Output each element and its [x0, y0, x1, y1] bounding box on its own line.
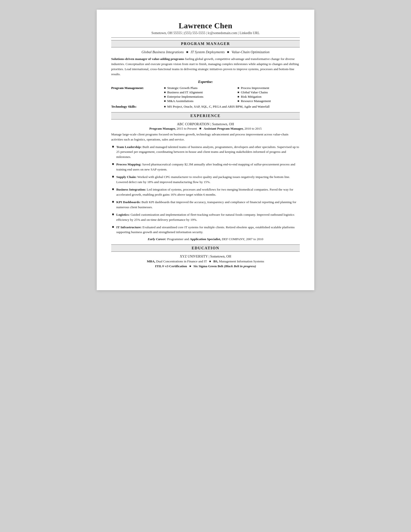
- pm-col1: Strategic Growth Plans Business and IT A…: [164, 86, 238, 104]
- tech-label-text: Technology Skills:: [111, 105, 137, 108]
- education-section-box: Education: [111, 245, 300, 252]
- subtitle-part1: Global Business Integrations: [141, 50, 184, 54]
- degree-line: MBA, Dual Concentrations in Finance and …: [111, 259, 300, 263]
- bullet-bizint-text: Business Integration: Led integration of…: [116, 187, 300, 197]
- candidate-name: Lawrence Chen: [111, 21, 300, 30]
- tech-value-cell: MS Project, Oracle, SAP, SQL, C, PEGA an…: [164, 104, 300, 109]
- tech-bullet: [164, 106, 166, 107]
- exp-bullet-it: IT Infrastructure: Evaluated and streaml…: [112, 225, 300, 235]
- bullet-it-rest: Evaluated and streamlined core IT system…: [116, 225, 295, 234]
- pm-item-3-text: Enterprise Implementations: [167, 95, 204, 99]
- tech-item: MS Project, Oracle, SAP, SQL, C, PEGA an…: [164, 105, 300, 109]
- early-career-line: Early Career: Programmer and Application…: [111, 237, 300, 241]
- exp-bullets-list: Team Leadership: Built and managed talen…: [112, 145, 300, 235]
- edu-sq: [209, 261, 211, 262]
- mba-bold: MBA,: [147, 259, 155, 263]
- pm-bullet-2: [164, 92, 166, 93]
- exp-bullet-bizint: Business Integration: Led integration of…: [112, 187, 300, 197]
- job-title-box: Program Manager: [111, 40, 300, 48]
- role2-bold: Assistant Program Manager,: [204, 127, 243, 130]
- pm-item-6: Global Value Chains: [238, 90, 300, 94]
- bullet-sq-kpi: [112, 201, 114, 203]
- expertise-section: Expertise: Program Management: Strategic…: [111, 80, 300, 109]
- bullet-supply-bold: Supply Chain:: [116, 175, 137, 179]
- bullet-sq-1: [187, 51, 188, 53]
- bullet-kpi-text: KPI Dashboards: Built KPI dashboards tha…: [116, 200, 300, 210]
- pm-bullet-4: [164, 100, 166, 102]
- bullet-it-bold: IT Infrastructure:: [116, 225, 142, 229]
- cert-line: ITIL® v3 Certification Six Sigma Green B…: [111, 264, 300, 268]
- early-career-bold: Application Specialist,: [190, 237, 221, 241]
- pm-bullet-8: [238, 100, 239, 102]
- subtitle-part3: Value-Chain Optimization: [232, 50, 270, 54]
- bullet-team-text: Team Leadership: Built and managed talen…: [116, 145, 300, 160]
- resume-page: Lawrence Chen Sometown, OH 55555 | (555)…: [97, 10, 314, 290]
- header: Lawrence Chen Sometown, OH 55555 | (555)…: [111, 21, 300, 35]
- experience-section: ABC CORPORATION | Sometown, OH Program M…: [111, 122, 300, 241]
- company-name: ABC CORPORATION | Sometown, OH: [111, 122, 300, 126]
- pm-item-2-text: Business and IT Alignment: [167, 90, 203, 94]
- tech-row: Technology Skills: MS Project, Oracle, S…: [111, 104, 300, 109]
- mba-rest: Dual Concentrations in Finance and IT: [155, 259, 207, 263]
- bullet-logistics-text: Logistics: Guided customization and impl…: [116, 212, 300, 222]
- pm-item-5: Process Improvement: [238, 86, 300, 90]
- early-career-italic: Early Career:: [148, 237, 166, 241]
- pm-item-6-text: Global Value Chains: [241, 90, 268, 94]
- bullet-sq-logistics: [112, 214, 114, 215]
- bullet-logistics-bold: Logistics:: [116, 213, 130, 216]
- pm-item-5-text: Process Improvement: [241, 86, 269, 90]
- pm-item-8: Resource Management: [238, 99, 300, 103]
- bullet-process-text: Process Mapping: Saved pharmaceutical co…: [116, 162, 300, 172]
- pm-bullet-3: [164, 96, 166, 97]
- cert2-italic: (Black Belt in progress): [224, 264, 256, 268]
- job-title: Program Manager: [181, 42, 230, 46]
- education-section: XYZ UNIVERSITY | Sometown, OH MBA, Dual …: [111, 255, 300, 268]
- role1-date: 2015 to Present: [176, 127, 197, 130]
- tech-value-text: MS Project, Oracle, SAP, SQL, C, PEGA an…: [167, 105, 270, 109]
- pm-bullet-7: [238, 96, 239, 97]
- expertise-table: Program Management: Strategic Growth Pla…: [111, 86, 300, 109]
- role-sq: [199, 128, 201, 129]
- exp-bullet-team: Team Leadership: Built and managed talen…: [112, 145, 300, 160]
- bullet-kpi-bold: KPI Dashboards:: [116, 200, 141, 204]
- contact-info: Sometown, OH 55555 | (555) 555-5555 | lc…: [111, 31, 300, 35]
- cert2-italic-text: (Black Belt in progress): [224, 264, 256, 268]
- bullet-it-text: IT Infrastructure: Evaluated and streaml…: [116, 225, 300, 235]
- role-line: Program Manager, 2015 to Present Assista…: [111, 127, 300, 131]
- pm-item-7-text: Risk Mitigation: [241, 95, 261, 99]
- bullet-process-bold: Process Mapping:: [116, 162, 141, 166]
- expertise-pm-row: Program Management: Strategic Growth Pla…: [111, 86, 300, 104]
- expertise-label: Expertise:: [198, 80, 213, 84]
- pm-bullet-6: [238, 92, 239, 93]
- title-subtitle: Global Business Integrations IT System D…: [111, 50, 300, 54]
- experience-title: Experience: [190, 114, 221, 118]
- pm-item-2: Business and IT Alignment: [164, 90, 238, 94]
- bullet-sq-it: [112, 226, 114, 228]
- bullet-process-rest: Saved pharmaceutical company $2.3M annua…: [116, 162, 295, 171]
- exp-bullet-process: Process Mapping: Saved pharmaceutical co…: [112, 162, 300, 172]
- cert2-bold: Six Sigma Green Belt: [193, 264, 223, 268]
- pm-item-3: Enterprise Implementations: [164, 95, 238, 99]
- exp-bullet-kpi: KPI Dashboards: Built KPI dashboards tha…: [112, 200, 300, 210]
- bullet-bizint-bold: Business Integration:: [116, 188, 146, 191]
- pm-col2: Process Improvement Global Value Chains …: [238, 86, 300, 104]
- header-divider: [111, 38, 300, 38]
- pm-item-1-text: Strategic Growth Plans: [167, 86, 197, 90]
- early-career-end: DEF COMPANY, 2007 to 2010: [221, 237, 263, 241]
- pm-item-4: M&A Assimilations: [164, 99, 238, 103]
- bullet-kpi-rest: Built KPI dashboards that improved the a…: [116, 200, 296, 209]
- bullet-sq-bizint: [112, 188, 114, 190]
- pm-label: Program Management:: [111, 86, 164, 104]
- bullet-sq-team: [112, 146, 114, 148]
- role2-date: 2010 to 2015: [244, 127, 262, 130]
- bullet-team-bold: Team Leadership:: [116, 145, 142, 149]
- pm-item-4-text: M&A Assimilations: [167, 99, 193, 103]
- bullet-team-rest: Built and managed talented teams of busi…: [116, 145, 299, 159]
- subtitle-part2: IT System Deployments: [191, 50, 225, 54]
- pm-item-8-text: Resource Management: [241, 99, 271, 103]
- bs-bold: BS,: [214, 259, 218, 263]
- pm-bullet-1: [164, 87, 166, 89]
- exp-bullet-supply: Supply Chain: Worked with global CPG man…: [112, 175, 300, 185]
- early-career-rest: Programmer and: [166, 237, 190, 241]
- summary-paragraph: Solutions-driven manager of value-adding…: [111, 57, 300, 77]
